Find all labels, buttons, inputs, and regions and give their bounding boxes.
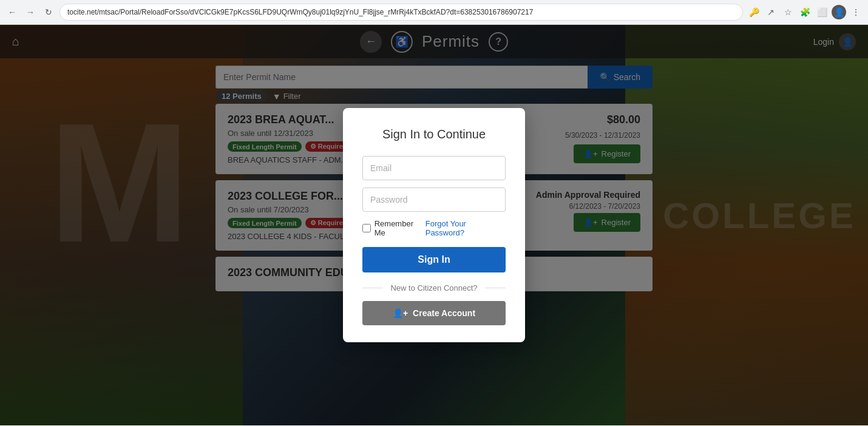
browser-toolbar: ← → ↻ 🔑 ↗ ☆ 🧩 ⬜ 👤 ⋮ [0,0,868,24]
create-account-label: Create Account [413,308,475,318]
remember-me-checkbox[interactable] [362,224,371,232]
share-icon-button[interactable]: ↗ [764,5,778,19]
address-bar[interactable] [59,4,743,21]
refresh-nav-button[interactable]: ↻ [41,5,56,19]
remember-left: Remember Me [362,219,426,237]
remember-row: Remember Me Forgot Your Password? [362,219,506,237]
menu-icon-button[interactable]: ⋮ [849,5,863,19]
modal-title: Sign In to Continue [362,127,506,141]
remember-me-label: Remember Me [375,219,426,237]
password-field[interactable] [362,188,506,212]
email-field[interactable] [362,156,506,180]
create-account-button[interactable]: 👤+ Create Account [362,301,506,325]
tab-icon-button[interactable]: ⬜ [815,5,829,19]
create-account-icon: 👤+ [393,308,408,318]
back-nav-button[interactable]: ← [5,5,19,19]
bookmark-icon-button[interactable]: ☆ [781,5,795,19]
modal-overlay[interactable]: Sign In to Continue Remember Me Forgot Y… [0,25,868,425]
main-content: M O COLLEGE ⌂ ← ♿ Permits ? Login 👤 🔍 Se… [0,25,868,425]
forgot-password-link[interactable]: Forgot Your Password? [426,219,506,237]
sign-in-button[interactable]: Sign In [362,247,506,272]
forward-nav-button[interactable]: → [23,5,38,19]
sign-in-modal: Sign In to Continue Remember Me Forgot Y… [343,108,525,342]
extensions-icon-button[interactable]: 🧩 [798,5,812,19]
browser-chrome: ← → ↻ 🔑 ↗ ☆ 🧩 ⬜ 👤 ⋮ [0,0,868,25]
divider-text: New to Citizen Connect? [390,283,477,292]
password-icon-button[interactable]: 🔑 [747,5,761,19]
divider-row: New to Citizen Connect? [362,283,506,292]
browser-action-icons: 🔑 ↗ ☆ 🧩 ⬜ 👤 ⋮ [747,5,863,19]
profile-icon-button[interactable]: 👤 [832,5,846,19]
divider-line-left [362,288,383,288]
divider-line-right [485,288,506,288]
